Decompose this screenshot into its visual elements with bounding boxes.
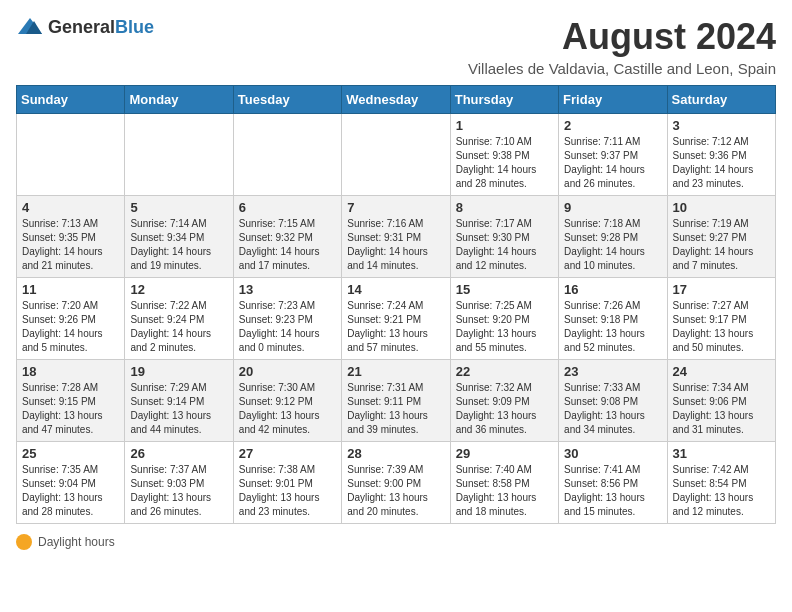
day-info: Sunrise: 7:34 AMSunset: 9:06 PMDaylight:… [673,381,770,437]
calendar-cell [125,114,233,196]
calendar-week-row: 18Sunrise: 7:28 AMSunset: 9:15 PMDayligh… [17,360,776,442]
day-number: 3 [673,118,770,133]
calendar-cell: 14Sunrise: 7:24 AMSunset: 9:21 PMDayligh… [342,278,450,360]
day-number: 1 [456,118,553,133]
calendar-week-row: 4Sunrise: 7:13 AMSunset: 9:35 PMDaylight… [17,196,776,278]
header: GeneralBlue August 2024 Villaeles de Val… [16,16,776,77]
footer: Daylight hours [16,534,776,550]
day-info: Sunrise: 7:31 AMSunset: 9:11 PMDaylight:… [347,381,444,437]
logo-general: General [48,17,115,37]
day-number: 25 [22,446,119,461]
day-number: 20 [239,364,336,379]
header-saturday: Saturday [667,86,775,114]
day-number: 8 [456,200,553,215]
header-thursday: Thursday [450,86,558,114]
day-info: Sunrise: 7:23 AMSunset: 9:23 PMDaylight:… [239,299,336,355]
daylight-label: Daylight hours [38,535,115,549]
day-info: Sunrise: 7:25 AMSunset: 9:20 PMDaylight:… [456,299,553,355]
calendar-cell: 7Sunrise: 7:16 AMSunset: 9:31 PMDaylight… [342,196,450,278]
day-number: 28 [347,446,444,461]
day-number: 26 [130,446,227,461]
day-number: 31 [673,446,770,461]
day-info: Sunrise: 7:26 AMSunset: 9:18 PMDaylight:… [564,299,661,355]
day-number: 16 [564,282,661,297]
sun-icon [16,534,32,550]
day-number: 2 [564,118,661,133]
header-sunday: Sunday [17,86,125,114]
calendar-table: Sunday Monday Tuesday Wednesday Thursday… [16,85,776,524]
day-info: Sunrise: 7:18 AMSunset: 9:28 PMDaylight:… [564,217,661,273]
day-info: Sunrise: 7:11 AMSunset: 9:37 PMDaylight:… [564,135,661,191]
header-wednesday: Wednesday [342,86,450,114]
calendar-cell: 8Sunrise: 7:17 AMSunset: 9:30 PMDaylight… [450,196,558,278]
calendar-cell: 23Sunrise: 7:33 AMSunset: 9:08 PMDayligh… [559,360,667,442]
calendar-cell: 10Sunrise: 7:19 AMSunset: 9:27 PMDayligh… [667,196,775,278]
calendar-cell: 31Sunrise: 7:42 AMSunset: 8:54 PMDayligh… [667,442,775,524]
day-info: Sunrise: 7:15 AMSunset: 9:32 PMDaylight:… [239,217,336,273]
calendar-cell: 25Sunrise: 7:35 AMSunset: 9:04 PMDayligh… [17,442,125,524]
calendar-cell: 16Sunrise: 7:26 AMSunset: 9:18 PMDayligh… [559,278,667,360]
day-number: 23 [564,364,661,379]
calendar-cell: 2Sunrise: 7:11 AMSunset: 9:37 PMDaylight… [559,114,667,196]
day-number: 29 [456,446,553,461]
calendar-cell [17,114,125,196]
calendar-cell: 5Sunrise: 7:14 AMSunset: 9:34 PMDaylight… [125,196,233,278]
day-number: 14 [347,282,444,297]
day-number: 5 [130,200,227,215]
calendar-cell: 6Sunrise: 7:15 AMSunset: 9:32 PMDaylight… [233,196,341,278]
day-number: 12 [130,282,227,297]
calendar-cell: 19Sunrise: 7:29 AMSunset: 9:14 PMDayligh… [125,360,233,442]
calendar-cell: 13Sunrise: 7:23 AMSunset: 9:23 PMDayligh… [233,278,341,360]
calendar-cell: 30Sunrise: 7:41 AMSunset: 8:56 PMDayligh… [559,442,667,524]
day-info: Sunrise: 7:37 AMSunset: 9:03 PMDaylight:… [130,463,227,519]
header-tuesday: Tuesday [233,86,341,114]
day-info: Sunrise: 7:38 AMSunset: 9:01 PMDaylight:… [239,463,336,519]
day-number: 22 [456,364,553,379]
calendar-cell: 27Sunrise: 7:38 AMSunset: 9:01 PMDayligh… [233,442,341,524]
calendar-cell [233,114,341,196]
day-info: Sunrise: 7:42 AMSunset: 8:54 PMDaylight:… [673,463,770,519]
day-info: Sunrise: 7:32 AMSunset: 9:09 PMDaylight:… [456,381,553,437]
calendar-week-row: 11Sunrise: 7:20 AMSunset: 9:26 PMDayligh… [17,278,776,360]
day-number: 19 [130,364,227,379]
day-info: Sunrise: 7:24 AMSunset: 9:21 PMDaylight:… [347,299,444,355]
header-friday: Friday [559,86,667,114]
day-info: Sunrise: 7:22 AMSunset: 9:24 PMDaylight:… [130,299,227,355]
day-number: 21 [347,364,444,379]
calendar-week-row: 25Sunrise: 7:35 AMSunset: 9:04 PMDayligh… [17,442,776,524]
header-monday: Monday [125,86,233,114]
day-info: Sunrise: 7:29 AMSunset: 9:14 PMDaylight:… [130,381,227,437]
day-info: Sunrise: 7:27 AMSunset: 9:17 PMDaylight:… [673,299,770,355]
calendar-cell: 17Sunrise: 7:27 AMSunset: 9:17 PMDayligh… [667,278,775,360]
calendar-cell: 21Sunrise: 7:31 AMSunset: 9:11 PMDayligh… [342,360,450,442]
calendar-cell: 29Sunrise: 7:40 AMSunset: 8:58 PMDayligh… [450,442,558,524]
title-area: August 2024 Villaeles de Valdavia, Casti… [468,16,776,77]
day-info: Sunrise: 7:14 AMSunset: 9:34 PMDaylight:… [130,217,227,273]
calendar-cell: 3Sunrise: 7:12 AMSunset: 9:36 PMDaylight… [667,114,775,196]
calendar-cell: 11Sunrise: 7:20 AMSunset: 9:26 PMDayligh… [17,278,125,360]
day-number: 6 [239,200,336,215]
day-number: 30 [564,446,661,461]
calendar-week-row: 1Sunrise: 7:10 AMSunset: 9:38 PMDaylight… [17,114,776,196]
calendar-cell: 15Sunrise: 7:25 AMSunset: 9:20 PMDayligh… [450,278,558,360]
day-info: Sunrise: 7:40 AMSunset: 8:58 PMDaylight:… [456,463,553,519]
day-info: Sunrise: 7:17 AMSunset: 9:30 PMDaylight:… [456,217,553,273]
calendar-cell: 9Sunrise: 7:18 AMSunset: 9:28 PMDaylight… [559,196,667,278]
day-info: Sunrise: 7:10 AMSunset: 9:38 PMDaylight:… [456,135,553,191]
main-title: August 2024 [468,16,776,58]
day-number: 13 [239,282,336,297]
subtitle: Villaeles de Valdavia, Castille and Leon… [468,60,776,77]
day-number: 11 [22,282,119,297]
calendar-cell: 24Sunrise: 7:34 AMSunset: 9:06 PMDayligh… [667,360,775,442]
logo: GeneralBlue [16,16,154,38]
day-number: 27 [239,446,336,461]
day-number: 10 [673,200,770,215]
day-info: Sunrise: 7:41 AMSunset: 8:56 PMDaylight:… [564,463,661,519]
day-info: Sunrise: 7:19 AMSunset: 9:27 PMDaylight:… [673,217,770,273]
calendar-cell: 20Sunrise: 7:30 AMSunset: 9:12 PMDayligh… [233,360,341,442]
day-number: 17 [673,282,770,297]
calendar-cell: 28Sunrise: 7:39 AMSunset: 9:00 PMDayligh… [342,442,450,524]
calendar-cell: 26Sunrise: 7:37 AMSunset: 9:03 PMDayligh… [125,442,233,524]
day-number: 24 [673,364,770,379]
calendar-cell: 12Sunrise: 7:22 AMSunset: 9:24 PMDayligh… [125,278,233,360]
